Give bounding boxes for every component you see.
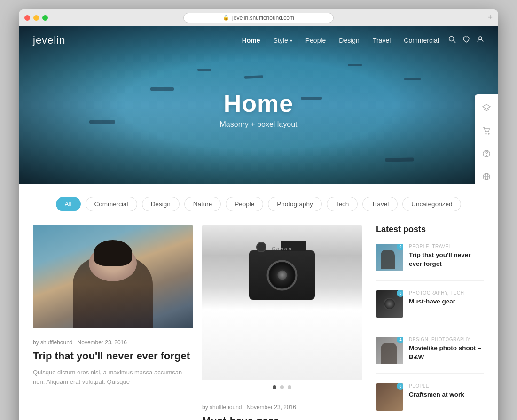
divider xyxy=(479,119,494,119)
globe-icon[interactable] xyxy=(477,167,496,184)
lock-icon: 🔒 xyxy=(223,15,229,21)
post-card-1: by shufflehound November 23, 2016 Trip t… xyxy=(33,225,193,420)
divider xyxy=(479,142,494,142)
badge-4: 0 xyxy=(397,383,403,390)
nav-links: Home Style ▾ People Design Travel Commer… xyxy=(242,37,439,44)
hero-subtitle: Masonry + boxel layout xyxy=(220,120,298,129)
post-card-2: Canon by shufflehound November 23, 2016 … xyxy=(202,225,362,420)
divider xyxy=(479,165,494,165)
latest-post-title-4[interactable]: Craftsmen at work xyxy=(409,390,484,399)
latest-post-thumb-3: 4 xyxy=(376,337,403,364)
main-content: by shufflehound November 23, 2016 Trip t… xyxy=(19,225,498,420)
browser-dots xyxy=(24,15,48,21)
latest-post-item-1[interactable]: 0 PEOPLE, TRAVEL Trip that you'll never … xyxy=(376,244,484,281)
close-dot[interactable] xyxy=(24,15,30,21)
filter-people[interactable]: People xyxy=(226,197,263,211)
svg-marker-3 xyxy=(483,104,490,109)
latest-post-item-3[interactable]: 4 DESIGN, PHOTOGRAPHY Movielike photo sh… xyxy=(376,337,484,374)
post-card-1-body: by shufflehound November 23, 2016 Trip t… xyxy=(33,328,193,387)
post-image-2[interactable]: Canon xyxy=(202,225,362,380)
hero-text-block: Home Masonry + boxel layout xyxy=(220,89,298,129)
latest-post-thumb-2: 0 xyxy=(376,290,403,318)
post-1-title[interactable]: Trip that you'll never ever forget xyxy=(33,350,193,363)
filter-nature[interactable]: Nature xyxy=(184,197,221,211)
post-1-meta: by shufflehound November 23, 2016 xyxy=(33,334,193,350)
post-1-excerpt: Quisque dictum eros nisl, a maximus mass… xyxy=(33,368,193,388)
nav-style[interactable]: Style ▾ xyxy=(274,37,292,44)
latest-posts-sidebar: Latest posts 0 PEOPLE, TRAVEL Trip that … xyxy=(376,225,484,420)
filter-bar: All Commercial Design Nature People Phot… xyxy=(19,184,498,225)
latest-post-item-2[interactable]: 0 PHOTOGRAPHY, TECH Must-have gear xyxy=(376,290,484,327)
post-2-meta: by shufflehound November 23, 2016 xyxy=(202,398,362,414)
cart-icon[interactable] xyxy=(477,121,496,140)
latest-post-info-2: PHOTOGRAPHY, TECH Must-have gear xyxy=(409,290,484,306)
minimize-dot[interactable] xyxy=(33,15,39,21)
wishlist-icon[interactable] xyxy=(462,36,470,45)
nav-commercial[interactable]: Commercial xyxy=(404,37,439,44)
svg-point-4 xyxy=(486,133,486,134)
latest-post-thumb-1: 0 xyxy=(376,244,403,271)
filter-all[interactable]: All xyxy=(56,197,81,211)
user-icon[interactable] xyxy=(477,36,484,45)
browser-window: 🔒 jevelin.shufflehound.com + jevelin Hom… xyxy=(19,9,498,420)
svg-line-1 xyxy=(454,41,456,43)
filter-photography[interactable]: Photography xyxy=(268,197,322,211)
latest-post-thumb-4: 0 xyxy=(376,383,403,411)
filter-tech[interactable]: Tech xyxy=(327,197,358,211)
nav-travel[interactable]: Travel xyxy=(373,37,391,44)
filter-commercial[interactable]: Commercial xyxy=(86,197,137,211)
svg-point-7 xyxy=(486,156,487,156)
latest-posts-title: Latest posts xyxy=(376,225,484,234)
latest-post-cats-4: PEOPLE xyxy=(409,383,484,389)
chevron-down-icon: ▾ xyxy=(290,38,292,43)
badge-2: 0 xyxy=(397,290,403,297)
nav-design[interactable]: Design xyxy=(339,37,360,44)
new-tab-button[interactable]: + xyxy=(487,13,493,23)
hero-section: jevelin Home Style ▾ People Design Trave… xyxy=(19,26,498,184)
latest-post-cats-2: PHOTOGRAPHY, TECH xyxy=(409,290,484,296)
post-image-1[interactable] xyxy=(33,225,193,328)
post-2-title[interactable]: Must-have gear xyxy=(202,414,362,420)
url-text: jevelin.shufflehound.com xyxy=(232,15,294,21)
latest-post-cats-3: DESIGN, PHOTOGRAPHY xyxy=(409,337,484,342)
svg-point-0 xyxy=(449,37,454,41)
latest-post-title-3[interactable]: Movielike photo shoot – B&W xyxy=(409,344,484,362)
posts-grid: by shufflehound November 23, 2016 Trip t… xyxy=(33,225,362,420)
filter-uncategorized[interactable]: Uncategorized xyxy=(402,197,461,211)
badge-1: 0 xyxy=(397,244,403,250)
filter-travel[interactable]: Travel xyxy=(362,197,398,211)
right-sidebar xyxy=(475,94,498,184)
latest-post-info-4: PEOPLE Craftsmen at work xyxy=(409,383,484,399)
carousel-dots[interactable] xyxy=(202,380,362,393)
carousel-dot-1[interactable] xyxy=(273,385,276,389)
badge-3: 4 xyxy=(397,337,403,343)
latest-post-title-1[interactable]: Trip that you'll never ever forget xyxy=(409,251,484,269)
nav-icon-group xyxy=(448,36,484,45)
browser-titlebar: 🔒 jevelin.shufflehound.com + xyxy=(19,9,498,26)
nav-people[interactable]: People xyxy=(306,37,326,44)
latest-post-info-1: PEOPLE, TRAVEL Trip that you'll never ev… xyxy=(409,244,484,269)
layers-icon[interactable] xyxy=(477,98,496,117)
latest-post-item-4[interactable]: 0 PEOPLE Craftsmen at work xyxy=(376,383,484,420)
carousel-dot-2[interactable] xyxy=(280,385,284,389)
filter-design[interactable]: Design xyxy=(142,197,180,211)
site-logo[interactable]: jevelin xyxy=(33,34,65,47)
post-card-2-body: by shufflehound November 23, 2016 Must-h… xyxy=(202,393,362,420)
carousel-dot-3[interactable] xyxy=(288,385,291,389)
svg-point-5 xyxy=(488,133,489,134)
maximize-dot[interactable] xyxy=(42,15,48,21)
latest-post-info-3: DESIGN, PHOTOGRAPHY Movielike photo shoo… xyxy=(409,337,484,362)
hero-title: Home xyxy=(220,89,298,117)
help-icon[interactable] xyxy=(477,144,496,163)
main-nav: jevelin Home Style ▾ People Design Trave… xyxy=(19,26,498,54)
latest-post-cats-1: PEOPLE, TRAVEL xyxy=(409,244,484,249)
search-icon[interactable] xyxy=(448,36,456,45)
nav-home[interactable]: Home xyxy=(242,37,260,44)
url-bar[interactable]: 🔒 jevelin.shufflehound.com xyxy=(183,13,334,23)
latest-post-title-2[interactable]: Must-have gear xyxy=(409,297,484,306)
page-content: jevelin Home Style ▾ People Design Trave… xyxy=(19,26,498,420)
svg-point-2 xyxy=(479,37,482,39)
